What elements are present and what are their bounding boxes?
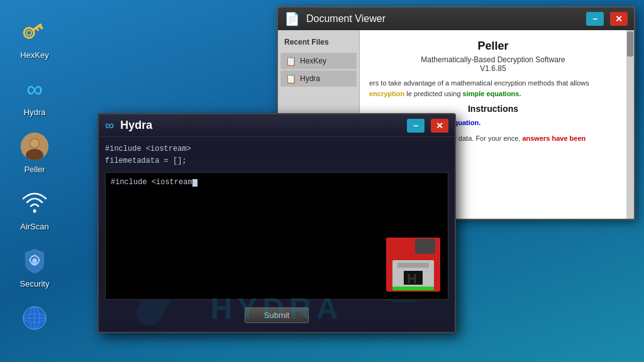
peller-label: Peller <box>24 165 45 174</box>
hydra-infinity-icon: ∞ <box>105 118 114 133</box>
svg-rect-29 <box>397 263 429 268</box>
hydra-editor-code: #include <iostream <box>111 178 192 187</box>
wifi-icon <box>21 190 48 217</box>
doc-viewer-title: Document Viewer <box>306 13 580 25</box>
key-icon <box>21 18 48 46</box>
globe-icon <box>21 304 48 332</box>
hexkey-icon-area <box>19 16 50 48</box>
doc-filename-hydra: Hydra <box>300 74 320 83</box>
globe-icon-area <box>19 302 50 334</box>
person-icon <box>21 133 48 160</box>
doc-scrollbar-thumb <box>627 31 633 57</box>
sidebar-item-globe[interactable] <box>6 299 63 340</box>
infinity-icon: ∞ <box>26 76 43 102</box>
doc-title-icon: 📄 <box>284 11 300 26</box>
doc-scrollbar[interactable] <box>626 30 634 219</box>
hydra-minimize-button[interactable]: − <box>407 119 425 133</box>
airscan-icon-area <box>19 188 50 219</box>
shield-icon <box>20 246 49 275</box>
hydra-close-button[interactable]: ✕ <box>431 119 448 133</box>
doc-viewer-titlebar: 📄 Document Viewer − ✕ <box>278 8 634 30</box>
floppy-disk: H <box>385 236 441 293</box>
doc-content-subtitle: Mathematically-Based Decryption Software… <box>369 55 617 73</box>
doc-filename-hexkey: HexKey <box>300 57 326 65</box>
doc-body-text-1: ers to take advantage of a mathematical … <box>369 78 617 99</box>
file-icon: 📋 <box>286 56 296 66</box>
svg-point-9 <box>33 210 36 213</box>
editor-cursor <box>192 179 197 187</box>
svg-rect-33 <box>392 287 434 290</box>
peller-icon-area <box>19 131 50 162</box>
recent-files-label: Recent Files <box>278 35 359 52</box>
hydra-label: Hydra <box>24 107 46 117</box>
doc-file-hydra[interactable]: 📋 Hydra <box>280 70 357 87</box>
doc-content-title: Peller <box>369 40 617 53</box>
hydra-window: ∞ Hydra − ✕ #include <iostream> filemeta… <box>97 113 456 333</box>
security-icon-area <box>19 245 50 277</box>
security-label: Security <box>20 279 50 288</box>
highlight-encryption: encryption <box>369 90 404 97</box>
hydra-titlebar: ∞ Hydra − ✕ <box>99 114 455 137</box>
svg-point-1 <box>26 30 33 36</box>
hydra-icon-area: ∞ <box>19 74 50 105</box>
highlight-simple-equations: simple equations. <box>463 90 521 97</box>
hydra-submit-area: Submit <box>105 305 448 326</box>
instructions-title: Instructions <box>369 104 617 114</box>
svg-rect-30 <box>415 239 435 254</box>
hydra-code-editor[interactable]: #include <iostream H <box>105 172 448 300</box>
sidebar-item-hexkey[interactable]: HexKey <box>6 13 63 63</box>
svg-point-8 <box>30 139 39 148</box>
sidebar-item-hydra[interactable]: ∞ Hydra <box>6 70 63 121</box>
file-icon-2: 📋 <box>286 74 296 84</box>
hydra-code-top: #include <iostream> filemetadata = []; <box>105 143 448 167</box>
sidebar: HexKey ∞ Hydra Peller <box>0 0 69 362</box>
sidebar-item-security[interactable]: Security <box>6 241 63 292</box>
sidebar-item-airscan[interactable]: AirScan <box>6 184 63 235</box>
doc-viewer-close-button[interactable]: ✕ <box>610 12 628 26</box>
hydra-body: #include <iostream> filemetadata = []; #… <box>99 137 455 332</box>
svg-text:H: H <box>407 271 417 287</box>
hydra-submit-button[interactable]: Submit <box>245 307 309 323</box>
hexkey-label: HexKey <box>20 50 49 60</box>
airscan-label: AirScan <box>20 222 49 231</box>
doc-viewer-minimize-button[interactable]: − <box>586 12 604 26</box>
svg-rect-16 <box>32 261 37 265</box>
hydra-title: Hydra <box>120 119 401 132</box>
doc-file-hexkey[interactable]: 📋 HexKey <box>280 53 357 69</box>
sidebar-item-peller[interactable]: Peller <box>6 127 63 178</box>
